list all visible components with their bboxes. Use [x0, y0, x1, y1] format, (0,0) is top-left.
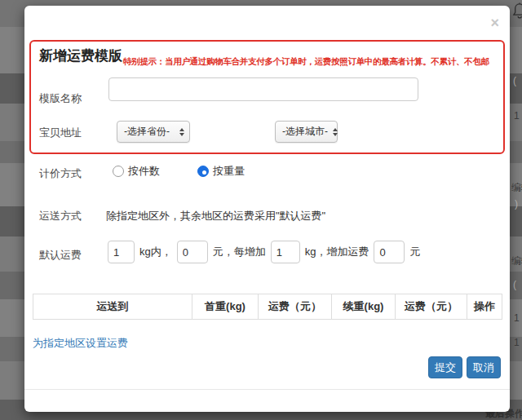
set-region-fee-link[interactable]: 为指定地区设置运费 — [33, 336, 128, 351]
background-table-fragment: 1 — [514, 312, 520, 324]
radio-checked-icon — [197, 166, 209, 177]
template-name-label: 模版名称 — [39, 91, 82, 106]
page-background: ( 1 编辑 ) 编辑 ( 1 1 最后操作 × 新增运费模版 特别提示：当用户… — [0, 0, 522, 420]
special-warning-text: 特别提示：当用户通过购物车合并支付多个订单时，运费按照订单中的最高者计算。不累计… — [123, 56, 489, 68]
background-table-fragment: ) — [515, 198, 518, 210]
cancel-button[interactable]: 取消 — [467, 356, 501, 378]
city-select-value: -选择城市- — [282, 125, 328, 139]
shipping-template-modal: × 新增运费模版 特别提示：当用户通过购物车合并支付多个订单时，运费按照订单中的… — [24, 6, 510, 412]
table-header-added-fee: 运费（元） — [395, 294, 467, 319]
fee-segment-text: kg内， — [139, 245, 172, 259]
radio-by-count-label: 按件数 — [128, 164, 160, 179]
footer-divider — [24, 389, 510, 390]
stepper-arrows-icon — [175, 128, 184, 136]
background-table-fragment: 编辑 — [511, 254, 522, 268]
radio-by-weight-label: 按重量 — [213, 164, 245, 179]
fee-segment-text: 元，每增加 — [213, 245, 266, 259]
first-weight-input[interactable] — [108, 241, 135, 263]
first-fee-input[interactable] — [177, 241, 208, 263]
radio-unchecked-icon — [113, 166, 124, 177]
region-fee-table: 运送到 首重(kg) 运费（元） 续重(kg) 运费（元） 操作 — [33, 294, 502, 320]
table-header-first-weight: 首重(kg) — [192, 294, 258, 319]
notification-bell-icon — [511, 1, 522, 22]
radio-by-weight[interactable]: 按重量 — [197, 164, 245, 179]
close-icon[interactable]: × — [490, 15, 499, 30]
background-table-fragment: 1 — [514, 110, 520, 122]
radio-by-count[interactable]: 按件数 — [113, 164, 160, 179]
template-name-input[interactable] — [108, 77, 418, 101]
default-fee-label: 默认运费 — [39, 248, 82, 263]
shipping-method-text: 除指定地区外，其余地区的运费采用"默认运费" — [106, 209, 325, 223]
added-weight-input[interactable] — [271, 241, 300, 263]
table-header-ship-to: 运送到 — [33, 294, 192, 319]
shipping-method-label: 运送方式 — [39, 209, 82, 223]
pricing-method-label: 计价方式 — [39, 166, 82, 181]
submit-button[interactable]: 提交 — [428, 356, 462, 378]
province-select-value: -选择省份- — [124, 125, 170, 139]
stepper-arrows-icon — [328, 128, 338, 136]
default-fee-row: kg内， 元，每增加 kg，增加运费 元 — [108, 241, 420, 263]
background-table-fragment: 编辑 — [511, 181, 522, 195]
table-header-added-weight: 续重(kg) — [331, 294, 395, 319]
city-select[interactable]: -选择城市- — [275, 121, 338, 143]
background-table-fragment: 1 — [514, 337, 520, 348]
modal-title: 新增运费模版 — [39, 46, 122, 65]
fee-segment-text: 元 — [409, 245, 420, 259]
added-fee-input[interactable] — [374, 241, 405, 263]
item-address-label: 宝贝地址 — [39, 126, 82, 140]
background-table-fragment: ( — [513, 279, 516, 290]
fee-segment-text: kg，增加运费 — [305, 245, 369, 259]
table-header-actions: 操作 — [467, 294, 502, 319]
background-table-fragment: ( — [513, 75, 516, 86]
province-select[interactable]: -选择省份- — [117, 121, 190, 143]
table-header-first-fee: 运费（元） — [258, 294, 331, 319]
